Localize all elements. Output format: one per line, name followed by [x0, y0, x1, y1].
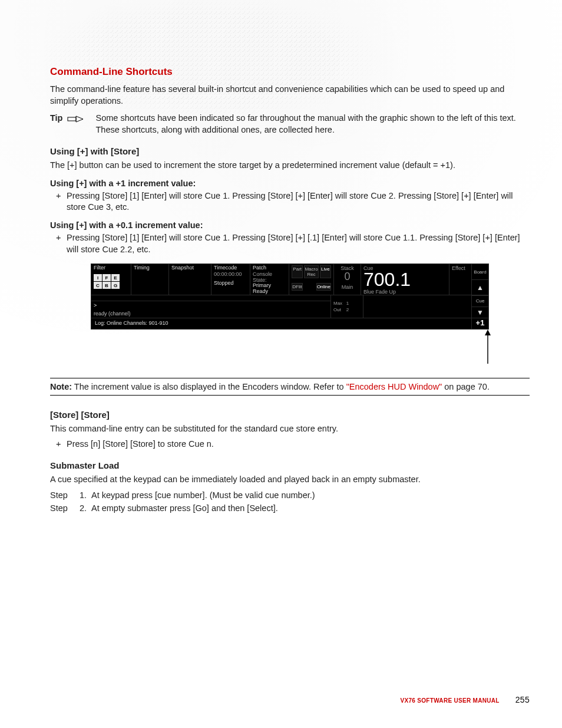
filter-cell: I — [94, 274, 102, 281]
arrow-down-icon[interactable]: ▼ — [472, 307, 488, 318]
list-item: Pressing [Store] [1] [Enter] will store … — [67, 190, 530, 213]
console-screenshot: Filter I F E C B G Timing Snapshot — [91, 263, 489, 330]
console-state-label: Console State: — [253, 271, 286, 283]
timecode-status: Stopped — [214, 281, 247, 286]
cue-value: 700.1 — [363, 270, 447, 289]
subheading-inc-plus1: Using [+] with a +1 increment value: — [50, 179, 530, 188]
filter-cell: G — [111, 282, 120, 289]
tip-text: Some shortcuts have been indicated so fa… — [88, 113, 530, 136]
step-number: 2. — [76, 502, 87, 515]
stack-main: Main — [336, 284, 358, 290]
subheading-using-plus-store: Using [+] with [Store] — [50, 146, 530, 156]
svg-marker-1 — [76, 116, 83, 122]
divider — [50, 395, 530, 396]
prompt-line: > — [91, 301, 330, 309]
flag-dflt: DFlit — [292, 283, 303, 291]
flag-macro-rec: Macro Rec — [304, 265, 318, 278]
list-item: Pressing [Store] [1] [Enter] will store … — [67, 232, 530, 255]
list-item: Press [n] [Store] [Store] to store Cue n… — [67, 439, 530, 450]
filter-label: Filter — [94, 265, 128, 271]
callout-arrow-icon — [479, 330, 497, 367]
intro-paragraph: The command-line feature has several bui… — [50, 84, 530, 107]
side-cue-button[interactable]: Cue — [472, 295, 488, 307]
svg-marker-3 — [485, 330, 491, 335]
manual-title: VX76 SOFTWARE USER MANUAL — [401, 697, 500, 704]
subheading-store-store: [Store] [Store] — [50, 410, 530, 420]
section-heading: Command-Line Shortcuts — [50, 66, 530, 78]
store-store-paragraph: This command-line entry can be substitut… — [50, 423, 530, 435]
stack-value: 0 — [336, 271, 358, 282]
console-state-ready: Ready — [253, 289, 286, 295]
tip-block: Tip Some shortcuts have been indicated s… — [50, 113, 530, 136]
svg-rect-0 — [68, 117, 76, 121]
flag-live: Live — [320, 265, 331, 278]
plus-intro-paragraph: The [+] button can be used to increment … — [50, 160, 530, 172]
step-text: At empty submaster press [Go] and then [… — [91, 502, 278, 515]
arrow-up-icon[interactable]: ▲ — [472, 280, 488, 296]
ready-line: ready (channel) — [91, 309, 330, 318]
out-label: Out — [333, 307, 341, 312]
snapshot-label: Snapshot — [171, 265, 209, 271]
note-line: Note: The increment value is also displa… — [50, 382, 530, 391]
note-label: Note: — [50, 382, 72, 391]
page-number: 255 — [515, 695, 530, 704]
patch-label: Patch — [253, 265, 286, 271]
step-text: At keypad press [cue number]. (Must be v… — [91, 489, 315, 502]
max-value: 1 — [346, 301, 349, 306]
filter-cell: B — [103, 282, 111, 289]
timing-label: Timing — [134, 265, 166, 271]
step-label: Step — [50, 489, 71, 502]
submaster-paragraph: A cue specified at the keypad can be imm… — [50, 474, 530, 486]
filter-cell: C — [94, 282, 102, 289]
note-text-post: on page 70. — [442, 382, 490, 391]
log-text: Log: Online Channels: 901-910 — [91, 318, 471, 329]
max-label: Max — [333, 301, 342, 306]
subheading-inc-plus01: Using [+] with a +0.1 increment value: — [50, 220, 530, 230]
increment-indicator: +1 — [471, 318, 488, 329]
step-number: 1. — [76, 489, 87, 502]
subheading-submaster-load: Submaster Load — [50, 460, 530, 470]
filter-grid: I F E C B G — [94, 274, 120, 289]
tip-arrow-icon — [67, 114, 84, 126]
filter-cell: F — [103, 274, 111, 281]
out-value: 2 — [346, 307, 349, 312]
timecode-value: 00:00:00:00 — [214, 271, 247, 277]
flag-online: Online — [316, 283, 331, 291]
flag-part: Part — [292, 265, 303, 278]
encoders-hud-link[interactable]: "Encoders HUD Window" — [346, 382, 442, 391]
step-label: Step — [50, 502, 71, 515]
effect-label: Effect — [452, 265, 469, 271]
timecode-label: Timecode — [214, 265, 247, 271]
filter-cell: E — [111, 274, 120, 281]
page-footer: VX76 SOFTWARE USER MANUAL 255 — [401, 695, 530, 704]
note-text-pre: The increment value is also displayed in… — [74, 382, 346, 391]
divider — [50, 378, 530, 378]
tip-label: Tip — [50, 113, 62, 124]
side-board-button[interactable]: Board — [472, 264, 488, 280]
